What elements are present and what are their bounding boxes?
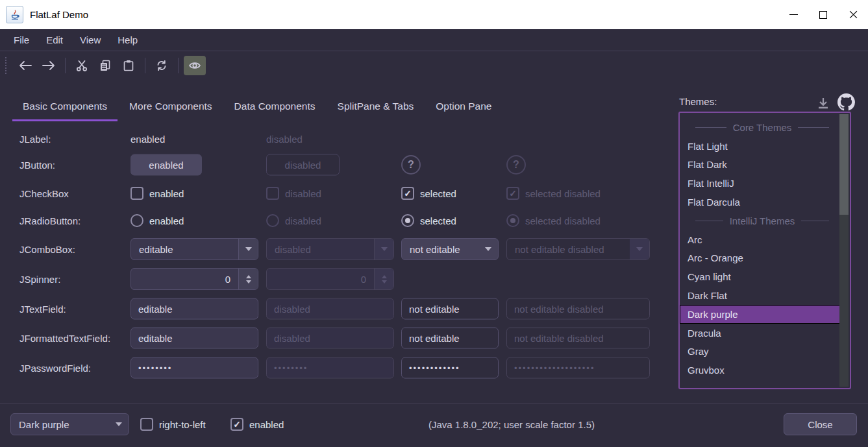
radio-selected[interactable]: selected <box>401 214 456 227</box>
toolbar-separator <box>145 58 145 73</box>
textfield-not-editable-disabled: not editable disabled <box>506 298 650 320</box>
theme-item-gray[interactable]: Gray <box>680 343 836 361</box>
password-field-not-editable-disabled: ••••••••••••••••••• <box>506 357 650 379</box>
checkbox-disabled: disabled <box>266 187 321 200</box>
refresh-icon[interactable] <box>151 56 173 75</box>
menu-help[interactable]: Help <box>109 31 146 49</box>
chevron-down-icon <box>374 239 393 260</box>
menu-view[interactable]: View <box>71 31 109 49</box>
theme-item-dracula[interactable]: Dracula <box>680 324 836 343</box>
download-icon[interactable] <box>815 95 831 111</box>
jcombobox-row: JComboBox: editable disabled not editabl… <box>0 237 675 261</box>
combobox-disabled: disabled <box>266 238 394 260</box>
help-button-disabled: ? <box>506 155 526 175</box>
bottom-separator <box>0 404 868 404</box>
minimize-icon[interactable] <box>778 0 808 29</box>
window-controls <box>778 0 868 29</box>
tab-basic-components[interactable]: Basic Components <box>12 91 118 121</box>
radio-disabled: disabled <box>266 214 321 227</box>
close-icon[interactable] <box>838 0 868 29</box>
jtextfield-row: JTextField: editable disabled not editab… <box>0 297 675 320</box>
theme-item-dark-purple[interactable]: Dark purple <box>680 305 846 324</box>
close-button[interactable]: Close <box>784 413 857 435</box>
theme-item-gruvbox[interactable]: Gruvbox <box>680 361 836 380</box>
tab-data-components[interactable]: Data Components <box>224 91 326 121</box>
textfield-disabled: disabled <box>266 298 394 320</box>
combobox-editable[interactable]: editable <box>130 238 258 260</box>
jlabel-row-label: JLabel: <box>19 134 51 145</box>
tab-more-components[interactable]: More Components <box>119 91 223 121</box>
menu-file[interactable]: File <box>5 31 38 49</box>
radio-icon <box>130 214 143 227</box>
chevron-down-icon[interactable] <box>238 239 258 260</box>
themes-label: Themes: <box>679 96 717 107</box>
jformattedtextfield-row: JFormattedTextField: editable disabled n… <box>0 326 675 350</box>
radio-icon <box>266 214 279 227</box>
title-bar: FlatLaf Demo <box>0 0 868 29</box>
copy-icon[interactable] <box>94 56 116 75</box>
jpasswordfield-row-label: JPasswordField: <box>19 363 91 374</box>
spinner-disabled: 0 <box>266 268 394 290</box>
checkbox-icon <box>140 418 153 431</box>
java-cup-icon <box>6 6 23 23</box>
back-icon[interactable] <box>14 56 36 75</box>
theme-item-flat-intellij[interactable]: Flat IntelliJ <box>680 174 836 193</box>
formatted-textfield-not-editable-disabled: not editable disabled <box>506 328 650 349</box>
jspinner-row-label: JSpinner: <box>19 274 60 285</box>
right-to-left-checkbox[interactable]: right-to-left <box>140 418 206 431</box>
chevron-down-icon[interactable] <box>478 239 498 260</box>
password-field-editable[interactable]: •••••••• <box>130 357 258 379</box>
checkbox-selected-disabled: selected disabled <box>506 187 601 200</box>
spinner-enabled[interactable]: 0 <box>130 268 258 290</box>
radio-selected-icon <box>506 214 519 227</box>
maximize-icon[interactable] <box>808 0 838 29</box>
scrollbar-thumb[interactable] <box>839 114 849 215</box>
github-icon[interactable] <box>837 93 855 111</box>
chevron-down-icon[interactable] <box>109 414 129 435</box>
theme-item-arc[interactable]: Arc <box>680 230 836 249</box>
checkbox-enabled[interactable]: enabled <box>130 187 184 200</box>
jbutton-row-label: JButton: <box>19 160 55 171</box>
checkbox-icon <box>130 187 143 200</box>
help-button[interactable]: ? <box>401 155 421 175</box>
tab-splitpane-tabs[interactable]: SplitPane & Tabs <box>327 91 425 121</box>
paste-icon[interactable] <box>118 56 140 75</box>
theme-item-flat-darcula[interactable]: Flat Darcula <box>680 193 836 211</box>
password-field-not-editable[interactable]: •••••••••••• <box>401 357 499 379</box>
enabled-button[interactable]: enabled <box>130 154 202 176</box>
jtextfield-row-label: JTextField: <box>19 304 66 315</box>
jcheckbox-row: JCheckBox enabled disabled selected sele… <box>0 182 675 205</box>
disabled-button: disabled <box>266 154 340 176</box>
enabled-checkbox[interactable]: enabled <box>230 418 284 431</box>
show-eye-icon[interactable] <box>184 56 206 75</box>
toolbar-grip[interactable] <box>5 57 8 74</box>
formatted-textfield-editable[interactable]: editable <box>130 328 258 349</box>
theme-item-cyan-light[interactable]: Cyan light <box>680 267 836 286</box>
formatted-textfield-not-editable[interactable]: not editable <box>401 328 499 349</box>
status-text: (Java 1.8.0_202; user scale factor 1.5) <box>428 419 595 430</box>
textfield-not-editable[interactable]: not editable <box>401 298 499 320</box>
jformattedtextfield-row-label: JFormattedTextField: <box>19 333 110 344</box>
theme-select-combobox[interactable]: Dark purple <box>10 413 129 435</box>
tab-option-pane[interactable]: Option Pane <box>425 91 502 121</box>
radio-selected-icon <box>401 214 414 227</box>
jlabel-disabled: disabled <box>266 134 303 145</box>
textfield-editable[interactable]: editable <box>130 298 258 320</box>
radio-enabled[interactable]: enabled <box>130 214 184 227</box>
checkbox-checked-icon <box>230 418 243 431</box>
cut-icon[interactable] <box>71 56 93 75</box>
chevron-down-icon <box>630 239 649 260</box>
theme-item-arc-orange[interactable]: Arc - Orange <box>680 249 836 268</box>
spinner-arrows-icon[interactable] <box>238 269 258 289</box>
theme-group-header: Core Themes <box>680 118 836 137</box>
checkbox-selected[interactable]: selected <box>401 187 456 200</box>
forward-icon[interactable] <box>38 56 60 75</box>
themes-scrollbar[interactable] <box>839 114 849 387</box>
theme-item-dark-flat[interactable]: Dark Flat <box>680 286 836 305</box>
jcheckbox-row-label: JCheckBox <box>19 188 69 199</box>
combobox-not-editable[interactable]: not editable <box>401 238 499 260</box>
menu-edit[interactable]: Edit <box>38 31 71 49</box>
jpasswordfield-row: JPasswordField: •••••••• •••••••• ••••••… <box>0 356 675 380</box>
theme-item-flat-light[interactable]: Flat Light <box>680 137 836 156</box>
theme-item-flat-dark[interactable]: Flat Dark <box>680 156 836 175</box>
